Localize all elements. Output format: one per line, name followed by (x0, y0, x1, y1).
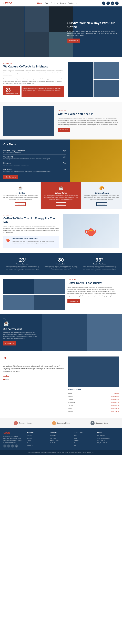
services-section: ☕ Ice Coffee Cold coffee originates from… (0, 182, 122, 209)
sip-cta-button[interactable]: Click Here (4, 342, 16, 346)
menu-price-2: 8 pc (63, 156, 66, 158)
ice-coffee-icon: ☕ (3, 186, 38, 190)
footer-links-list: Home About Services Contact Blog (74, 435, 93, 446)
better-title: Better Coffee! Less Bucks! (68, 282, 118, 285)
menu-desc-1: Podras una urna placerat feugiat. (4, 152, 66, 153)
menu-name-1: Ristretto Lungo Americano (4, 150, 66, 152)
footer-google-icon[interactable]: g (15, 444, 18, 448)
footer-links-item-4[interactable]: Contact (74, 442, 93, 444)
footer-services-item-1[interactable]: Ice Coffee (50, 435, 70, 436)
menu-price-1: 8 pc (63, 150, 66, 152)
service-desc-bakery-coffee: Cold coffee originates from hot-brewed c… (44, 195, 78, 200)
footer-about-item-2[interactable]: Our Team (27, 437, 46, 439)
hours-day-thursday: Thursday (68, 404, 92, 407)
nav-pages[interactable]: Pages (60, 2, 66, 4)
footer-links-item-1[interactable]: Home (74, 435, 93, 436)
footer-services-item-4[interactable]: Coffee Beans (50, 442, 70, 444)
nav-contact[interactable]: Contact Us (68, 2, 77, 4)
experience-desc: Lorem ipsum dolor sit amet, consectetur … (22, 86, 64, 97)
energy-highlight-icon: 🫖 (6, 238, 11, 242)
footer-about-item-3[interactable]: Careers (27, 440, 46, 441)
partner-3: P Company Name (90, 421, 108, 425)
service-cta-ice[interactable]: Read More (15, 202, 26, 206)
sip-center-image (42, 314, 87, 352)
energy-highlight-desc: Lorem ipsum dolor sit amet, consectetur … (12, 240, 57, 244)
hours-day-saturday: Saturday (68, 410, 92, 413)
partner-2-name: Company Name (57, 422, 70, 424)
better-label: About Us (68, 279, 118, 280)
footer-contact-item-2: info@coffeeshop.com (97, 437, 116, 439)
footer-about-item-1[interactable]: About Us (27, 435, 46, 436)
service-card-ice: ☕ Ice Coffee Cold coffee originates from… (0, 182, 41, 209)
sip-section: Player ☕ Sip For Thought! Lorem ipsum do… (0, 314, 122, 352)
testimonial-dot-2[interactable] (6, 379, 7, 380)
hero-cta-button[interactable]: Click Here (68, 38, 80, 42)
linkedin-icon[interactable]: in (111, 2, 114, 5)
footer-facebook-icon[interactable]: f (4, 444, 6, 448)
about1-desc1: Sed ut perspiciatis unde omnis iste natu… (4, 70, 64, 76)
footer-about-item-5[interactable]: Contact Us (27, 444, 46, 446)
energy-desc: Sed ut perspiciatis unde omnis iste natu… (4, 225, 59, 234)
experience-number: 23 (6, 88, 18, 92)
hours-day-wednesday: Wednesday (68, 401, 92, 404)
partners-section: Company Name Company Name P Company Name (0, 418, 122, 428)
better-section: About Us Better Coffee! Less Bucks! Sed … (0, 275, 122, 314)
footer-services-item-2[interactable]: Hot Coffee (50, 437, 70, 439)
hours-row-tuesday: Tuesday 08:00 - 22:00 (68, 398, 118, 401)
menu-desc-2: Sed ut perspiciatis unde omnis iste natu… (4, 158, 66, 159)
energy-highlight-title: Wake Up And Smell The Coffee (12, 238, 57, 240)
better-cta-button[interactable]: Click Here (68, 299, 80, 303)
footer-links-item-2[interactable]: About (74, 437, 93, 439)
stat-3-label: Positive Feedback (82, 263, 117, 265)
energy-label: About Us (4, 214, 59, 216)
stat-3: 96% Positive Feedback Lorem ipsum dolor … (80, 257, 118, 271)
facebook-icon[interactable]: f (102, 2, 106, 5)
nav-services[interactable]: Services (51, 2, 58, 4)
sip-content: Player ☕ Sip For Thought! Lorem ipsum do… (0, 314, 42, 352)
hours-row-sunday: Sunday Closed (68, 392, 118, 395)
hero-content: Survive Your New Days With Our Coffee Lo… (68, 21, 118, 43)
footer-contact-title: Contact (97, 432, 116, 433)
nav-links: About Blog Services Pages Contact Us (37, 2, 77, 4)
bakery-coffee-icon: ☕ (44, 186, 78, 190)
service-cta-bakery-coffee[interactable]: Read More (56, 202, 66, 206)
hero-image-1 (0, 6, 24, 57)
sip-photo-2 (87, 314, 122, 352)
better-content: About Us Better Coffee! Less Bucks! Sed … (68, 279, 118, 303)
better-images (4, 279, 65, 310)
about2-cta-button[interactable]: Click Here (58, 128, 70, 132)
testimonial-content: " Lorem ipsum dolor sit amet, consectetu… (4, 356, 64, 380)
footer-logo-area: Odine (4, 432, 23, 434)
testimonial-dot-1[interactable] (4, 379, 5, 380)
service-desc-bakery-snack: Cold coffee originates from hot-brewed c… (84, 195, 119, 200)
footer-links-item-5[interactable]: Blog (74, 444, 93, 446)
stat-2-desc: Lorem ipsum dolor sit amet, consectetur … (44, 266, 78, 271)
footer-twitter-icon[interactable]: t (7, 444, 10, 448)
testimonial-dot-3[interactable] (8, 379, 9, 380)
google-icon[interactable]: g (115, 2, 118, 5)
experience-label: Years Of Experience (6, 92, 18, 94)
footer-contact-item-1: 123-456-7890 (97, 435, 116, 436)
about1-title: We Capture Coffee At Its Brightest (4, 65, 64, 68)
see-menu-button[interactable]: See Our Menu (4, 175, 18, 179)
footer-contact-col: Contact 123-456-7890 info@coffeeshop.com… (95, 432, 118, 448)
footer-links-item-3[interactable]: Services (74, 440, 93, 441)
stat-2-label: Cookies Daily (44, 263, 78, 265)
footer-linkedin-icon[interactable]: in (11, 444, 14, 448)
footer-services-item-3[interactable]: Bakery & Snack (50, 440, 70, 441)
footer-about-item-4[interactable]: Blog (27, 442, 46, 444)
navbar: Odine About Blog Services Pages Contact … (0, 0, 122, 6)
service-cta-bakery-snack[interactable]: Read More (96, 202, 107, 206)
stat-1: 23+ Years of Experience Lorem ipsum dolo… (4, 257, 42, 271)
nav-social-icons: f t in g (102, 2, 118, 5)
footer-about-list: About Us Our Team Careers Blog Contact U… (27, 435, 46, 446)
menu-name-2: Cappuccino (4, 156, 66, 158)
hours-day-tuesday: Tuesday (68, 398, 92, 401)
testimonial-dots (4, 379, 64, 380)
footer-contact-item-3: 123 Coffee St. (97, 440, 116, 441)
sip-photo-1 (42, 314, 87, 352)
footer-links-title: Quick Links (74, 432, 93, 433)
twitter-icon[interactable]: t (106, 2, 110, 5)
nav-blog[interactable]: Blog (44, 2, 48, 4)
nav-about[interactable]: About (37, 2, 42, 4)
